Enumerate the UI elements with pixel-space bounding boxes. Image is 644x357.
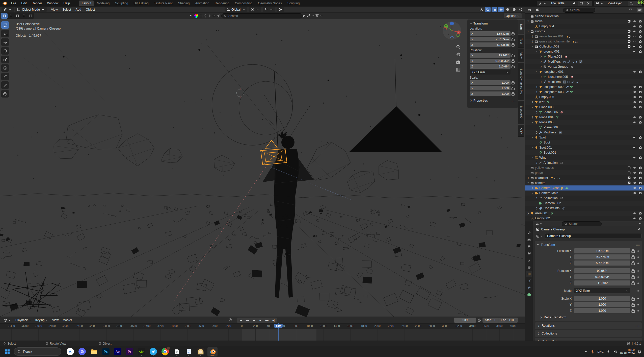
workspace-tab-scripting[interactable]: Scripting xyxy=(285,1,303,6)
outliner-row[interactable]: ❯Plane.008 xyxy=(525,54,644,59)
outliner-row[interactable]: ❯Constraints xyxy=(525,206,644,211)
taskbar-app-premiere[interactable]: Pr xyxy=(124,347,135,356)
expander-icon[interactable]: ❯ xyxy=(530,40,534,43)
properties-subpanel-header[interactable]: ❯Properties:::: xyxy=(470,99,516,102)
timeline-track[interactable] xyxy=(0,329,525,341)
outliner-row[interactable]: ❯Camera Closeup xyxy=(525,185,644,191)
expander-icon[interactable]: ❯ xyxy=(539,76,543,78)
show-overlays-toggle[interactable] xyxy=(485,7,491,12)
disable-render-toggle[interactable] xyxy=(638,35,642,38)
hide-eye-toggle[interactable] xyxy=(633,100,636,104)
disable-render-toggle[interactable] xyxy=(638,171,642,175)
disable-render-toggle[interactable] xyxy=(638,105,642,109)
new-viewlayer-button[interactable] xyxy=(628,1,635,6)
volume-icon[interactable] xyxy=(613,350,617,354)
transform-tool-button[interactable] xyxy=(1,64,9,72)
lock-button[interactable] xyxy=(511,64,516,69)
microphone-icon[interactable] xyxy=(591,350,595,354)
hide-eye-toggle[interactable] xyxy=(633,181,636,185)
panel-relations[interactable]: ❯Relations:::: xyxy=(535,322,642,329)
hide-eye-toggle[interactable] xyxy=(633,85,636,89)
workspace-tab-sculpting[interactable]: Sculpting xyxy=(112,1,131,6)
tool-search-input[interactable]: Search xyxy=(221,13,303,18)
outliner-row[interactable]: ❯Modifiers xyxy=(525,59,644,64)
rotate-tool-button[interactable] xyxy=(1,47,9,55)
taskbar-app-chrome[interactable] xyxy=(160,347,170,356)
hide-eye-toggle[interactable] xyxy=(633,136,636,139)
hide-eye-toggle[interactable] xyxy=(633,176,636,180)
move-tool-button[interactable] xyxy=(1,38,9,46)
lock-button[interactable] xyxy=(630,268,636,274)
link-state-icon[interactable] xyxy=(307,14,310,18)
hide-eye-toggle[interactable] xyxy=(633,90,636,94)
outliner-row[interactable]: ❯Animation xyxy=(525,196,644,201)
chevron-down-icon[interactable] xyxy=(311,14,314,18)
expander-icon[interactable]: ❯ xyxy=(535,197,539,199)
disable-render-toggle[interactable] xyxy=(638,166,642,170)
disable-render-toggle[interactable] xyxy=(638,70,642,74)
wifi-icon[interactable] xyxy=(606,350,610,354)
n-panel-tab-view[interactable]: View xyxy=(518,49,524,62)
shading-wireframe-button[interactable] xyxy=(498,7,504,12)
lock-button[interactable] xyxy=(630,280,636,286)
menu-render[interactable]: Render xyxy=(29,1,45,6)
animate-dot[interactable] xyxy=(637,290,639,292)
outliner-row[interactable]: ❯Animation xyxy=(525,160,644,165)
shading-rendered-button[interactable] xyxy=(518,7,523,12)
language-indicator[interactable]: ENG xyxy=(598,350,604,353)
taskbar-app-nvidia[interactable] xyxy=(136,347,146,356)
transform-orientation-dropdown[interactable]: Global xyxy=(225,7,247,12)
disable-render-toggle[interactable] xyxy=(638,176,642,180)
filter-icon[interactable] xyxy=(315,14,319,18)
outliner-row[interactable]: ❯Icosphere.002 xyxy=(525,84,644,89)
taskbar-app-character-avatar[interactable] xyxy=(196,347,206,356)
n-panel-tab-bone-dynamics-pro[interactable]: Bone Dynamics Pro xyxy=(518,63,524,100)
rotation-mode-dropdown[interactable]: XYZ Euler xyxy=(470,70,511,75)
move-tool-icon[interactable] xyxy=(208,14,211,18)
disable-render-toggle[interactable] xyxy=(638,181,642,185)
pin-scene-button[interactable] xyxy=(571,1,578,6)
properties-tab-tool[interactable] xyxy=(526,230,532,236)
auto-keying-toggle[interactable] xyxy=(228,318,232,322)
outliner-row[interactable]: ˅Wind xyxy=(525,155,644,160)
timeline-ruler[interactable]: -3400-3200-3000-2800-2600-2400-2200-2000… xyxy=(0,323,525,329)
show-gizmo-toggle[interactable] xyxy=(478,7,484,12)
shading-material-button[interactable] xyxy=(511,7,517,12)
select-extend-button[interactable] xyxy=(8,13,14,19)
workspace-tab-compositing[interactable]: Compositing xyxy=(232,1,255,6)
exclude-checkbox[interactable] xyxy=(627,30,631,33)
exclude-checkbox[interactable] xyxy=(627,171,631,175)
dashedbox-tool-icon[interactable] xyxy=(199,14,203,18)
taskbar-app-blender[interactable] xyxy=(207,347,218,356)
expander-icon[interactable]: ❯ xyxy=(535,86,539,88)
expander-icon[interactable]: ˅ xyxy=(535,50,539,53)
hide-eye-toggle[interactable] xyxy=(633,217,636,220)
workspace-tab-modeling[interactable]: Modeling xyxy=(94,1,112,6)
mode-field[interactable]: XYZ Euler xyxy=(574,288,630,293)
hide-eye-toggle[interactable] xyxy=(633,45,636,48)
menu-help[interactable]: Help xyxy=(61,1,72,6)
Y-value-field[interactable]: Y-5.7574 m xyxy=(470,37,511,41)
properties-tab-output[interactable] xyxy=(526,244,532,250)
outliner-row[interactable]: ❯Icosphere.005 xyxy=(525,74,644,79)
viewlayer-browse-button[interactable] xyxy=(594,1,605,6)
outliner-row[interactable]: Camera.002 xyxy=(525,201,644,206)
hide-eye-toggle[interactable] xyxy=(633,146,636,149)
outliner-row[interactable]: ❯Icosphere.003 xyxy=(525,89,644,94)
workspace-tab-layout[interactable]: Layout xyxy=(79,1,94,6)
timeline-menu-marker[interactable]: Marker xyxy=(61,318,74,323)
drag-handle[interactable]: :::: xyxy=(636,324,639,327)
properties-tab-object-data[interactable] xyxy=(526,291,532,297)
z-field[interactable]: -110.66° xyxy=(574,280,630,285)
hide-eye-toggle[interactable] xyxy=(633,95,636,99)
chevron-down-icon[interactable] xyxy=(320,14,323,18)
next-keyframe-button[interactable]: ▶▶ xyxy=(264,318,270,323)
new-collection-button[interactable] xyxy=(637,8,642,12)
workspace-tab-animation[interactable]: Animation xyxy=(193,1,212,6)
timeline-editor-type-button[interactable] xyxy=(2,318,13,323)
cursor3d-tool-icon[interactable] xyxy=(204,14,207,18)
properties-tab-physics[interactable] xyxy=(526,284,532,291)
properties-search-input[interactable]: Search xyxy=(562,221,602,226)
outliner-row[interactable]: ˅Icosphere.001 xyxy=(525,69,644,74)
outliner-row[interactable]: ˅camera xyxy=(525,180,644,185)
